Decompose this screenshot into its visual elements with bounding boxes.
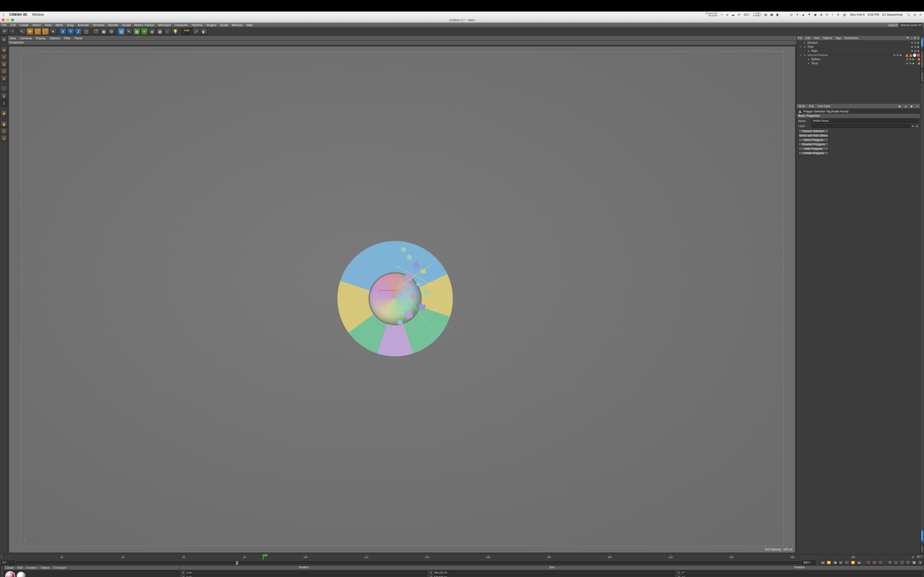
object-visibility-toggles[interactable] [906,58,915,60]
object-tags[interactable] [905,53,920,57]
menu-create[interactable]: Create [19,23,29,27]
hide-polygons-button[interactable]: Hide Polygons [798,147,829,151]
app-name[interactable]: CINEMA 4D [9,13,27,16]
rot-h-field[interactable]: 0 ° [681,571,922,575]
uv-mode[interactable]: S [0,100,7,106]
workplane-mode[interactable]: ▤ [0,68,7,75]
menubar-icon-3[interactable]: ◧ [776,13,779,16]
notification-center-icon[interactable]: ≡ [919,13,921,16]
undo-button[interactable]: ↶ [1,28,8,35]
menubar-icon-7[interactable]: ▲ [802,13,805,16]
object-name-label[interactable]: Sphere [811,58,820,61]
object-visibility-toggles[interactable] [911,46,920,48]
menu-motion-tracker[interactable]: Motion Tracker [134,23,154,27]
tree-toggle[interactable]: ▾ [800,46,802,48]
menu-plugins[interactable]: Plugins [206,23,216,27]
mat-menu-create[interactable]: Create [5,566,14,569]
select-and-hide-others-button[interactable]: Select and Hide Others [798,134,829,138]
menubar-icon-2[interactable]: ▦ [770,13,773,16]
timeline[interactable]: 0204060801001201401601802002202402602803… [0,554,924,559]
psr-reset[interactable]: PSR 0 [181,28,192,35]
x-axis-lock[interactable]: X [60,28,66,35]
view-menu-cameras[interactable]: Cameras [20,37,32,40]
material-swatch[interactable]: Mat [16,572,26,577]
tree-row[interactable]: ▾●Time [797,45,920,49]
add-tag[interactable]: 💡 [171,28,179,35]
layout-dropdown[interactable]: Startup (User) [899,23,922,27]
attr-layer-field[interactable] [811,124,910,128]
object-name-label[interactable]: Torus [811,62,818,65]
object-visibility-toggles[interactable] [911,42,920,44]
tree-row[interactable]: ●Plain [797,49,920,53]
object-visibility-toggles[interactable] [906,62,915,64]
menu-edit[interactable]: Edit [10,23,16,27]
pos-y-field[interactable]: 0 cm [185,575,427,577]
play-button[interactable]: ▶ [838,560,844,565]
attr-nav-back[interactable]: ◀ [898,105,900,108]
side-tab-layers[interactable]: Layers [921,543,924,554]
object-visibility-toggles[interactable] [911,50,920,52]
object-name-label[interactable]: Time [808,45,813,48]
object-name-label[interactable]: Voronoi Fracture [808,53,828,56]
sync-icon[interactable]: ⟳ [738,13,740,16]
add-camera[interactable]: ▦ [156,28,163,35]
attr-nav-up[interactable]: ▲ [904,105,907,108]
menu-mograph[interactable]: MoGraph [158,23,171,27]
menubar-clock[interactable]: 6:58 PM [868,13,879,16]
misc-tool-2[interactable]: ◐ [200,28,207,35]
tag-circ-w[interactable] [913,53,916,57]
menu-animate[interactable]: Animate [78,23,89,27]
material-preview[interactable] [17,572,26,577]
size-x-field[interactable]: 580.133 cm [433,571,675,575]
mat-menu-cvimport[interactable]: CV-Import [53,566,66,569]
tree-row[interactable]: ●Sphere [797,57,920,61]
attr-menu-mode[interactable]: Mode [798,105,805,108]
view-menu-panel[interactable]: Panel [74,37,82,40]
prev-key-button[interactable]: ⏪ [826,560,832,565]
object-mode[interactable]: ◍ [0,54,7,60]
menubar-icon-9[interactable]: ◉ [814,13,817,16]
attr-menu-userdata[interactable]: User Data [817,105,830,108]
side-tab-content-browser[interactable]: Content Browser [921,49,924,69]
tag-tri-o[interactable] [905,53,909,57]
menu-snap[interactable]: Snap [67,23,74,27]
key-scale-button[interactable]: ◱ [893,560,899,565]
deselect-polygons-button[interactable]: Deselect Polygons [798,143,829,147]
menu-render[interactable]: Render [108,23,118,27]
add-generator[interactable]: ▦ [133,28,140,35]
autokey-button[interactable]: ◉ [872,560,877,565]
bluetooth-icon[interactable]: ᚼ [832,13,834,16]
add-deformer[interactable]: ❊ [141,28,148,35]
tag-tri-o[interactable] [909,53,913,57]
attr-layer-target-icon[interactable]: ◎ [916,124,919,127]
pos-x-field[interactable]: 0 cm [185,571,427,575]
menu-mesh[interactable]: Mesh [55,23,63,27]
size-y-field[interactable]: 549.526 cm [433,575,675,577]
twitter-icon[interactable]: ✦ [720,13,723,16]
y-axis-lock[interactable]: Y [67,28,74,35]
menubar-icon-6[interactable]: ✳ [796,13,799,16]
spotlight-icon[interactable]: 🔍 [906,13,910,16]
time-machine-icon[interactable]: ↻ [826,13,828,16]
viewport[interactable]: Y└ X Grid Spacing : 100 cm [9,46,795,553]
range-slider[interactable] [16,561,801,564]
cloud-icon[interactable]: ☁ [732,13,735,16]
objmgr-menu-edit[interactable]: Edit [806,37,810,40]
render-view[interactable]: 🎬 [92,28,100,35]
menu-simulate[interactable]: Simulate [93,23,105,27]
material-swatch[interactable]: Mat.1 [5,572,15,577]
menubar-icon-1[interactable]: ▤ [764,13,767,16]
dropbox-icon[interactable]: ⧈ [726,13,728,16]
objmgr-menu-icon[interactable]: ≡ [918,37,919,40]
side-tab-structure[interactable]: Structure [921,71,924,83]
window-zoom-button[interactable] [11,18,14,21]
attr-name-field[interactable]: Inside Faces [811,119,919,123]
add-light[interactable]: ☼ [164,28,171,35]
side-tab-objects[interactable]: Objects [921,37,924,48]
view-menu-view[interactable]: View [9,37,16,40]
add-environment[interactable]: ◍ [149,28,156,35]
object-name-label[interactable]: Random [808,41,818,44]
select-polygons-button[interactable]: Select Polygons [798,138,829,142]
key-pla-button[interactable]: ▦ [911,560,917,565]
model-mode[interactable]: ◉ [0,36,7,43]
